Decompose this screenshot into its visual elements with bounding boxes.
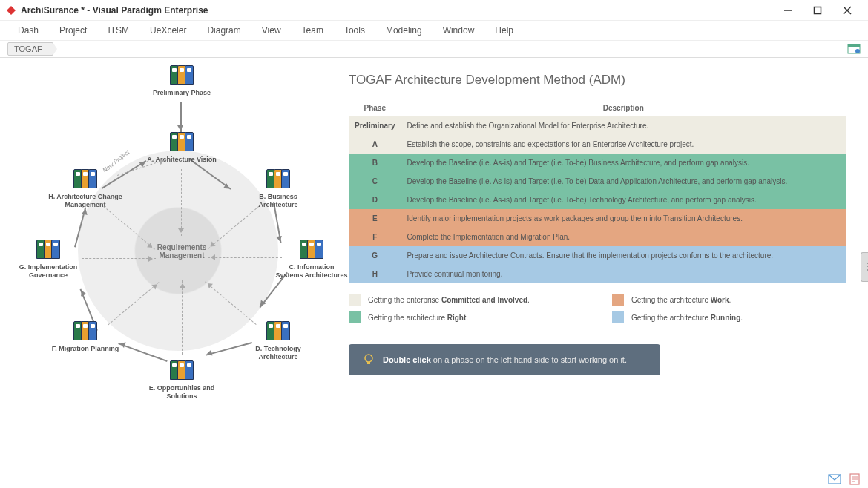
adm-wheel-diagram: Requirements Management New Project Prel… (7, 65, 341, 464)
table-row: HProvide continual monitoring. (349, 265, 846, 283)
table-row: GPrepare and issue Architecture Contract… (349, 246, 846, 265)
wheel-center-label: Requirements Management (148, 243, 215, 260)
table-row: AEstablish the scope, constraints and ex… (349, 135, 846, 154)
phase-h-architecture-change-mgmt[interactable]: H. Architecture Change Management (48, 169, 122, 209)
binders-icon (262, 169, 295, 191)
menu-team[interactable]: Team (292, 22, 334, 39)
breadcrumb-bar: TOGAF (0, 40, 868, 58)
menu-uexceler[interactable]: UeXceler (139, 22, 197, 39)
table-row: CDevelop the Baseline (i.e. As-is) and T… (349, 172, 846, 191)
svg-rect-9 (367, 362, 370, 364)
tip-banner: Double click on a phase on the left hand… (349, 344, 660, 375)
info-title: TOGAF Architecture Development Method (A… (349, 73, 846, 88)
legend-item: Getting the enterprise Committed and Inv… (349, 294, 582, 306)
app-icon (6, 5, 16, 16)
legend-swatch (612, 311, 624, 323)
info-panel: TOGAF Architecture Development Method (A… (341, 65, 861, 464)
phase-c-information-systems[interactable]: C. Information Systems Architectures (274, 240, 349, 280)
svg-marker-0 (7, 6, 16, 15)
binders-icon (69, 321, 102, 343)
side-panel-handle[interactable] (861, 252, 868, 282)
table-row: DDevelop the Baseline (i.e. As-is) and T… (349, 191, 846, 209)
phase-g-implementation-governance[interactable]: G. Implementation Governance (11, 240, 85, 280)
th-description: Description (401, 99, 846, 116)
menu-itsm[interactable]: ITSM (97, 22, 139, 39)
table-row: BDevelop the Baseline (i.e. As-is) and T… (349, 154, 846, 172)
panel-config-icon[interactable] (847, 42, 861, 56)
svg-point-8 (365, 355, 372, 362)
window-title: ArchiSurance * - Visual Paradigm Enterpr… (21, 5, 773, 16)
menu-diagram[interactable]: Diagram (197, 22, 251, 39)
lightbulb-icon (362, 353, 375, 366)
table-row: EIdentify major implementation projects … (349, 209, 846, 228)
legend-swatch (612, 294, 624, 306)
menu-help[interactable]: Help (484, 22, 524, 39)
menu-dash[interactable]: Dash (7, 22, 49, 39)
phase-table: Phase Description PreliminaryDefine and … (349, 99, 846, 283)
svg-rect-6 (848, 44, 860, 47)
svg-rect-2 (815, 7, 821, 13)
legend-swatch (349, 294, 361, 306)
legend: Getting the enterprise Committed and Inv… (349, 294, 846, 329)
binders-icon (165, 65, 198, 88)
legend-swatch (349, 311, 361, 323)
statusbar (0, 472, 868, 488)
binders-icon (165, 360, 198, 383)
phase-a-architecture-vision[interactable]: A. Architecture Vision (145, 132, 219, 164)
legend-item: Getting the architecture Right. (349, 311, 582, 323)
binders-icon (295, 240, 328, 262)
menu-window[interactable]: Window (433, 22, 485, 39)
note-icon[interactable] (849, 473, 861, 487)
menu-view[interactable]: View (251, 22, 292, 39)
binders-icon (165, 132, 198, 154)
legend-item: Getting the architecture Work. (612, 294, 846, 306)
minimize-button[interactable] (773, 1, 803, 19)
binders-icon (32, 240, 65, 262)
menu-modeling[interactable]: Modeling (375, 22, 433, 39)
phase-b-business-architecture[interactable]: B. Business Architecture (241, 169, 315, 209)
close-button[interactable] (832, 1, 862, 19)
th-phase: Phase (349, 99, 401, 116)
titlebar: ArchiSurance * - Visual Paradigm Enterpr… (0, 0, 868, 21)
binders-icon (262, 321, 295, 343)
phase-preliminary[interactable]: Preliminary Phase (145, 65, 219, 97)
phase-d-technology-architecture[interactable]: D. Technology Architecture (241, 321, 315, 361)
menubar: Dash Project ITSM UeXceler Diagram View … (0, 21, 868, 40)
phase-f-migration-planning[interactable]: F. Migration Planning (48, 321, 122, 353)
mail-icon[interactable] (828, 474, 841, 487)
table-row: PreliminaryDefine and establish the Orga… (349, 116, 846, 135)
maximize-button[interactable] (803, 1, 832, 19)
binders-icon (69, 169, 102, 191)
phase-e-opportunities-solutions[interactable]: E. Opportunities and Solutions (145, 360, 219, 400)
table-row: FComplete the Implementation and Migrati… (349, 228, 846, 246)
breadcrumb-togaf[interactable]: TOGAF (7, 42, 53, 56)
svg-point-7 (855, 49, 860, 53)
menu-tools[interactable]: Tools (334, 22, 375, 39)
legend-item: Getting the architecture Running. (612, 311, 846, 323)
menu-project[interactable]: Project (49, 22, 97, 39)
